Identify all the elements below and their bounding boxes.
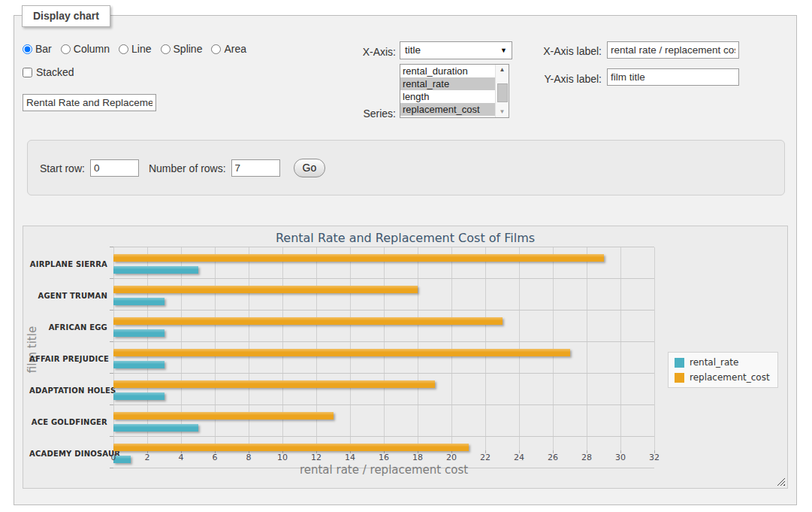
series-option-length[interactable]: length [400, 90, 496, 103]
chart-type-option-spline: Spline [161, 43, 203, 55]
legend-swatch-replacement_cost [675, 373, 684, 383]
bar-rental_rate[interactable] [113, 392, 165, 400]
category-band: ACE GOLDFINGER [113, 405, 654, 437]
plot-area: AIRPLANE SIERRAAGENT TRUMANAFRICAN EGGAF… [113, 247, 654, 450]
chart-type-radio-label: Line [131, 43, 151, 55]
chart-title-input[interactable] [23, 94, 156, 111]
bar-rental_rate[interactable] [113, 329, 165, 337]
chart-type-group: BarColumnLineSplineArea [23, 43, 246, 55]
start-row-label: Start row: [40, 162, 85, 174]
start-row-input[interactable] [90, 159, 139, 177]
bar-rental_rate[interactable] [113, 361, 165, 368]
chevron-down-icon: ▼ [500, 42, 507, 59]
chart-type-radio-label: Bar [35, 43, 52, 55]
legend-label: replacement_cost [690, 372, 770, 383]
category-label: AFFAIR PREJUDICE [29, 355, 107, 363]
scroll-down-icon[interactable]: ▼ [496, 107, 509, 117]
resize-handle-icon[interactable] [777, 477, 785, 486]
x-tick-label: 16 [369, 453, 399, 462]
bar-replacement_cost[interactable] [113, 412, 334, 420]
bar-rental_rate[interactable] [113, 266, 198, 274]
stacked-label: Stacked [36, 66, 74, 78]
chart-type-radio-line[interactable] [119, 44, 128, 54]
scroll-up-icon[interactable]: ▲ [496, 65, 509, 75]
legend-entry-rental_rate[interactable]: rental_rate [675, 357, 770, 368]
x-tick-label: 30 [605, 453, 635, 462]
go-button[interactable]: Go [294, 159, 326, 177]
chart-type-radio-column[interactable] [61, 44, 71, 54]
x-tick-label: 12 [301, 453, 331, 462]
chart-type-radio-label: Column [74, 43, 110, 55]
x-tick-label: 14 [335, 453, 365, 462]
rows-fieldset: Start row: Number of rows: Go [27, 140, 785, 195]
num-rows-label: Number of rows: [149, 162, 226, 174]
bar-replacement_cost[interactable] [113, 317, 503, 325]
x-tick-label: 28 [572, 453, 602, 462]
bar-rental_rate[interactable] [113, 424, 198, 432]
category-label: ACE GOLDFINGER [29, 418, 107, 426]
x-tick-label: 24 [504, 453, 534, 462]
x-tick-label: 2 [132, 453, 162, 462]
x-tick-label: 26 [538, 453, 568, 462]
series-option-rental_rate[interactable]: rental_rate [400, 77, 496, 90]
x-axis-selected-value: title [405, 44, 421, 56]
chart-title: Rental Rate and Replacement Cost of Film… [23, 231, 787, 245]
chart-type-radio-bar[interactable] [23, 44, 32, 54]
bar-replacement_cost[interactable] [113, 254, 604, 262]
series-options: rental_durationrental_ratelengthreplacem… [400, 65, 509, 116]
legend-entry-replacement_cost[interactable]: replacement_cost [675, 372, 770, 383]
chart-type-radio-spline[interactable] [161, 44, 171, 54]
legend-swatch-rental_rate [675, 358, 684, 368]
series-option-rental_duration[interactable]: rental_duration [400, 65, 496, 77]
chart-type-option-bar: Bar [23, 43, 52, 55]
y-axis-label-input[interactable] [607, 68, 739, 86]
category-label: AFRICAN EGG [29, 323, 107, 332]
series-listbox[interactable]: rental_durationrental_ratelengthreplacem… [400, 64, 509, 118]
category-label: AIRPLANE SIERRA [29, 260, 107, 268]
rows-form: Start row: Number of rows: Go [40, 159, 325, 177]
x-axis-title: rental rate / replacement cost [113, 463, 654, 477]
num-rows-input[interactable] [231, 159, 280, 177]
x-tick-label: 32 [639, 453, 669, 462]
series-listbox-scrollbar[interactable]: ▲ ▼ [495, 65, 509, 117]
chart-legend: rental_ratereplacement_cost [668, 352, 778, 388]
x-axis-label-field-label: X-Axis label: [530, 45, 602, 57]
gridline [654, 247, 655, 450]
stacked-row: Stacked [23, 66, 74, 78]
panel-title: Display chart [22, 5, 110, 27]
chart-type-option-column: Column [61, 43, 110, 55]
category-band: AIRPLANE SIERRA [113, 247, 654, 279]
x-tick-label: 8 [234, 453, 264, 462]
category-label: ADAPTATION HOLES [29, 386, 107, 395]
category-band: AFRICAN EGG [113, 311, 654, 342]
series-option-replacement_cost[interactable]: replacement_cost [400, 103, 496, 116]
y-axis-label-field-label: Y-Axis label: [530, 73, 602, 85]
x-tick-label: 0 [98, 453, 128, 462]
bar-replacement_cost[interactable] [113, 349, 570, 356]
x-tick-label: 20 [436, 453, 466, 462]
chart-type-radio-label: Spline [174, 43, 203, 55]
x-axis-select-label: X-Axis: [338, 46, 396, 58]
category-band: ADAPTATION HOLES [113, 374, 654, 405]
scrollbar-thumb[interactable] [497, 83, 508, 102]
x-tick-label: 6 [200, 453, 230, 462]
category-band: AGENT TRUMAN [113, 279, 654, 311]
x-tick-label: 22 [470, 453, 500, 462]
chart-container: Rental Rate and Replacement Cost of Film… [23, 226, 788, 489]
bar-rental_rate[interactable] [113, 298, 165, 305]
chart-type-radio-label: Area [224, 43, 246, 55]
x-tick-label: 18 [403, 453, 433, 462]
chart-type-option-line: Line [119, 43, 151, 55]
category-band: AFFAIR PREJUDICE [113, 342, 654, 374]
x-tick-label: 10 [267, 453, 297, 462]
bar-replacement_cost[interactable] [113, 380, 435, 388]
x-axis-select[interactable]: title ▼ [400, 41, 512, 59]
legend-label: rental_rate [690, 357, 738, 368]
x-tick-label: 4 [166, 453, 196, 462]
category-label: ACADEMY DINOSAUR [29, 450, 107, 458]
bar-replacement_cost[interactable] [113, 286, 418, 293]
chart-type-radio-area[interactable] [211, 44, 221, 54]
x-axis-label-input[interactable] [607, 41, 739, 59]
stacked-checkbox[interactable] [23, 68, 32, 77]
bar-replacement_cost[interactable] [113, 444, 469, 451]
